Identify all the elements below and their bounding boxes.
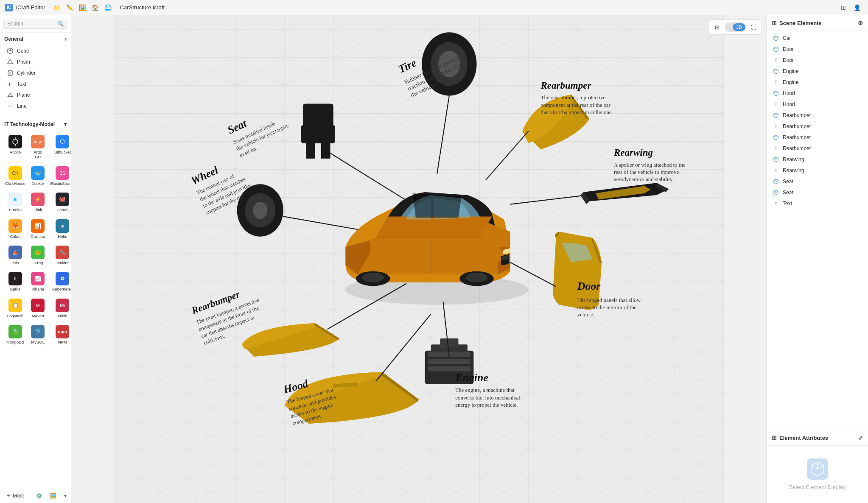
svg-text:component at the rear of the c: component at the rear of the car (541, 102, 611, 108)
image-icon[interactable]: 🖼️ (78, 3, 88, 13)
svg-text:Door: Door (577, 280, 601, 292)
element-display-text: Select Element Display (789, 484, 846, 490)
svg-line-147 (774, 180, 776, 182)
svg-line-140 (776, 136, 778, 137)
scene-element-engine1[interactable]: Engine (767, 66, 868, 77)
tech-item-kafka[interactable]: K Kafka (3, 269, 27, 294)
attributes-icon: ⊞ (772, 434, 777, 441)
folder-icon[interactable]: 📁 (52, 3, 62, 13)
cylinder-label: Cylinder (17, 70, 36, 76)
sidebar-item-line[interactable]: Line (2, 101, 69, 112)
svg-text:vehicle.: vehicle. (577, 311, 595, 318)
sidebar-item-text[interactable]: T Text (2, 78, 69, 89)
tech-item-bitbucket[interactable]: ⬡ Bitbucket (48, 132, 71, 162)
tech-item-maven[interactable]: M Maven (29, 296, 47, 321)
tech-item-mongodb[interactable]: 🍃 MongoDB (3, 322, 27, 347)
it-section-header: IT Technology-Model ▾ (0, 118, 71, 131)
tech-item-helm[interactable]: ⎈ Helm (48, 217, 71, 241)
home-icon[interactable]: 🏠 (90, 3, 101, 13)
canvas-area[interactable]: ⊞ 3D ⛶ (71, 15, 766, 503)
globe-icon[interactable]: 🌐 (103, 3, 113, 13)
sidebar-item-cube[interactable]: Cube (2, 45, 69, 56)
scene-add-btn[interactable]: ⊕ (858, 20, 863, 26)
user-icon[interactable]: 👤 (851, 2, 863, 14)
it-chevron[interactable]: ▾ (64, 121, 67, 127)
tech-item-kubernetes[interactable]: ☸ Kubernetes (48, 269, 71, 294)
scene-element-rearbumper1[interactable]: Rearbumper (767, 110, 868, 121)
search-input[interactable] (7, 21, 55, 27)
svg-text:🐸: 🐸 (34, 249, 42, 256)
mysql-icon: 🐬 (31, 325, 45, 338)
tech-item-grafana[interactable]: 📊 Grafana (29, 217, 47, 241)
svg-point-122 (466, 273, 488, 282)
sidebar-item-cylinder[interactable]: Cylinder (2, 67, 69, 78)
svg-line-138 (774, 114, 776, 115)
view-toggle-off[interactable] (725, 23, 732, 31)
mysql-label: MySQL (31, 340, 45, 344)
car-scene-svg: Tire Rubber tires that provide traction … (71, 15, 766, 503)
scene-element-rearbumper4[interactable]: T Rearbumper (767, 143, 868, 154)
svg-text:Argo: Argo (34, 140, 43, 144)
tech-item-istio[interactable]: ⛵ Istio (3, 243, 27, 268)
pen-icon[interactable]: ✏️ (65, 3, 75, 13)
eureka-label: Eureka (9, 207, 22, 212)
image-button[interactable]: 🖼️ (48, 491, 59, 500)
search-input-wrap[interactable]: 🔍 (3, 19, 67, 29)
scene-element-hood2[interactable]: T Hood (767, 99, 868, 110)
scene-element-door2[interactable]: T Door (767, 55, 868, 66)
tech-item-clickhouse[interactable]: CH ClickHouse (3, 164, 27, 188)
tech-item-flink[interactable]: ⚡ Flink (29, 190, 47, 215)
svg-text:access to the interior of the: access to the interior of the (577, 304, 637, 310)
attributes-expand-btn[interactable]: ⤢ (858, 435, 863, 441)
left-bottom-toolbar: ＋ More ⚙️ 🖼️ ▾ T ⋯ (0, 488, 71, 503)
tech-item-npm[interactable]: npm NPM (48, 322, 71, 347)
filename: CarStructure.icraft (120, 4, 165, 11)
tech-item-docker[interactable]: 🐳 Docker (29, 164, 47, 188)
helm-label: Helm (58, 234, 67, 239)
tech-item-elasticsearch[interactable]: ES ElasticSearch (48, 164, 71, 188)
tech-item-gitlab[interactable]: 🦊 Gitlab (3, 217, 27, 241)
tech-item-jfrog[interactable]: 🐸 JFrog (29, 243, 47, 268)
tech-item-eureka[interactable]: E Eureka (3, 190, 27, 215)
settings-button[interactable]: ⚙️ (34, 491, 45, 500)
tech-item-minio[interactable]: Mi Minio (48, 296, 71, 321)
grid-icon[interactable]: ⊞ (837, 2, 849, 14)
scene-element-car[interactable]: Car (767, 33, 868, 44)
svg-line-143 (776, 158, 778, 159)
chevron-button[interactable]: ▾ (62, 491, 69, 500)
scene-cube-icon2 (773, 46, 779, 53)
grid-view-btn[interactable]: ⊞ (712, 22, 723, 33)
scene-element-text1[interactable]: T Text (767, 198, 868, 209)
text-icon: T (7, 81, 14, 87)
scene-element-door1[interactable]: Door (767, 44, 868, 55)
scene-element-engine2[interactable]: T Engine (767, 77, 868, 88)
sidebar-item-plane[interactable]: Plane (2, 89, 69, 101)
svg-text:Rearwing: Rearwing (613, 147, 653, 158)
scene-element-hood1[interactable]: Hood (767, 88, 868, 99)
app-name: iCraft Editor (16, 4, 45, 11)
tech-item-argocd[interactable]: Argo Argo CD (29, 132, 47, 162)
tech-item-jenkins[interactable]: 🔧 Jenkins (48, 243, 71, 268)
tech-item-kibana[interactable]: 📈 Kibana (29, 269, 47, 294)
view-toggle-3d[interactable]: 3D (733, 23, 745, 31)
tech-item-github[interactable]: 🐙 Github (48, 190, 71, 215)
scene-element-rearbumper2[interactable]: T Rearbumper (767, 121, 868, 132)
tech-item-mysql[interactable]: 🐬 MySQL (29, 322, 47, 347)
scene-car-label: Car (783, 35, 791, 41)
sidebar-item-prism[interactable]: Prism (2, 56, 69, 67)
tech-item-logstash[interactable]: 📋 Logstash (3, 296, 27, 321)
general-items: Cube Prism Cylinder T Text (0, 45, 71, 112)
scene-element-rearbumper3[interactable]: Rearbumper (767, 132, 868, 143)
general-chevron[interactable]: ▾ (64, 37, 67, 42)
scene-element-rearwing1[interactable]: Rearwing (767, 154, 868, 165)
scene-element-seat2[interactable]: Seat (767, 187, 868, 198)
grafana-label: Grafana (31, 234, 45, 239)
svg-point-0 (8, 70, 12, 72)
svg-text:that absorbs impact in collisi: that absorbs impact in collisions. (541, 109, 613, 115)
tech-item-apollo[interactable]: Apollo (3, 132, 27, 162)
scene-element-seat1[interactable]: Seat (767, 176, 868, 187)
more-button[interactable]: ＋ More (3, 490, 27, 501)
scene-element-rearwing2[interactable]: T Rearwing (767, 165, 868, 176)
fullscreen-btn[interactable]: ⛶ (748, 22, 759, 33)
plane-label: Plane (17, 92, 30, 98)
